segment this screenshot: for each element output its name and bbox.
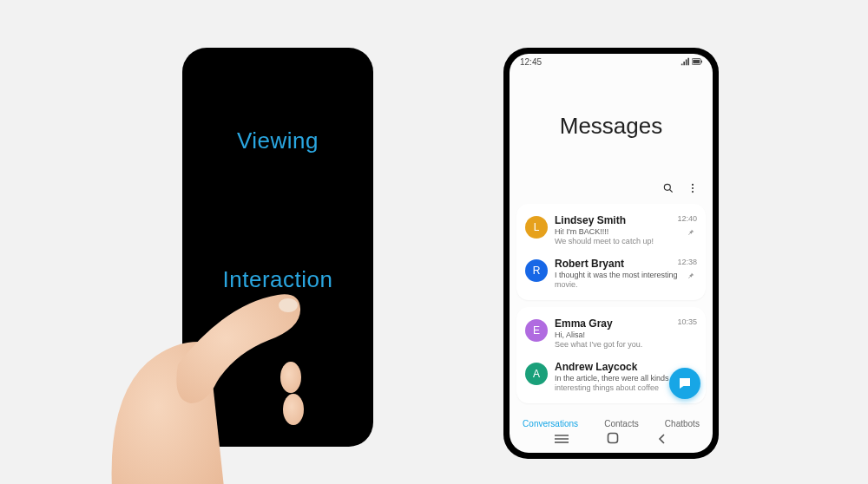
- svg-point-10: [692, 191, 694, 193]
- pin-icon: [687, 271, 695, 280]
- message-preview: We should meet to catch up!: [555, 237, 697, 246]
- signal-icon: [681, 57, 689, 66]
- pinned-conversations-card: L Lindsey Smith Hi! I'm BACK!!!! We shou…: [516, 204, 706, 300]
- home-icon[interactable]: [607, 432, 619, 448]
- conversation-time: 12:40: [677, 214, 697, 223]
- contact-name: Lindsey Smith: [555, 214, 697, 226]
- message-preview: Hi! I'm BACK!!!!: [555, 227, 697, 237]
- svg-rect-5: [701, 61, 702, 63]
- page-title: Messages: [560, 113, 663, 140]
- svg-point-8: [692, 184, 694, 186]
- header: Messages: [510, 69, 713, 182]
- chat-icon: [677, 376, 693, 391]
- message-preview: Hi, Alisa!: [555, 330, 697, 340]
- message-preview: movie.: [555, 280, 697, 290]
- demo-phone-right: 12:45 Messages L Lindsey Sm: [503, 48, 719, 459]
- search-icon[interactable]: [662, 182, 674, 197]
- back-icon[interactable]: [657, 432, 667, 448]
- battery-icon: [692, 58, 702, 65]
- recents-icon[interactable]: [555, 432, 569, 448]
- conversation-time: 10:35: [677, 317, 697, 326]
- status-bar: 12:45: [510, 54, 713, 69]
- svg-point-6: [664, 184, 670, 190]
- demo-phone-left: Viewing Interaction: [182, 48, 373, 447]
- conversation-row[interactable]: E Emma Gray Hi, Alisa! See what I've got…: [522, 312, 700, 356]
- tab-conversations[interactable]: Conversations: [523, 419, 578, 428]
- toolbar: [510, 182, 713, 204]
- message-preview: See what I've got for you.: [555, 340, 697, 350]
- svg-rect-14: [608, 434, 618, 443]
- bottom-tabs: Conversations Contacts Chatbots: [510, 414, 713, 430]
- android-navbar: [510, 430, 713, 453]
- svg-line-7: [670, 190, 673, 193]
- message-preview: I thought it was the most interesting: [555, 271, 697, 280]
- more-icon[interactable]: [687, 182, 699, 197]
- compose-fab[interactable]: [669, 368, 700, 399]
- conversation-row[interactable]: L Lindsey Smith Hi! I'm BACK!!!! We shou…: [522, 209, 700, 252]
- conversation-time: 12:38: [677, 258, 697, 266]
- status-time: 12:45: [520, 57, 542, 67]
- avatar: R: [525, 259, 548, 282]
- avatar: A: [525, 363, 548, 385]
- contact-name: Robert Bryant: [555, 258, 697, 270]
- avatar: E: [525, 319, 548, 342]
- avatar: L: [525, 216, 548, 239]
- tab-contacts[interactable]: Contacts: [604, 419, 638, 428]
- contact-name: Emma Gray: [555, 317, 697, 330]
- svg-point-9: [692, 187, 694, 189]
- svg-rect-4: [693, 60, 700, 63]
- interaction-label: Interaction: [182, 266, 373, 293]
- conversation-row[interactable]: R Robert Bryant I thought it was the mos…: [522, 252, 700, 296]
- tab-chatbots[interactable]: Chatbots: [665, 419, 700, 428]
- viewing-label: Viewing: [182, 128, 373, 154]
- pin-icon: [687, 228, 695, 237]
